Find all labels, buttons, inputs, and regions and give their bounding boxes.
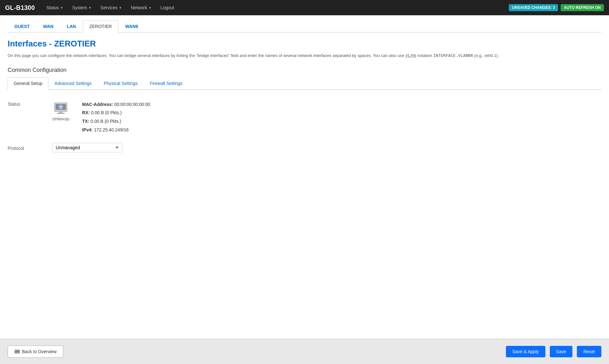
unsaved-changes-badge: UNSAVED CHANGES: 3 [509, 4, 558, 11]
back-icon [14, 349, 20, 354]
config-tabs: General Setup Advanced Settings Physical… [8, 77, 601, 90]
status-info: MAC-Address: 00:00:00:00:00:00 RX: 0.00 … [82, 100, 150, 134]
reset-button[interactable]: Reset [577, 346, 601, 357]
tab-wan6[interactable]: WAN6 [118, 20, 144, 32]
svg-rect-3 [59, 112, 63, 113]
chevron-down-icon: ▼ [88, 6, 92, 10]
section-title: Common Configuration [8, 67, 601, 74]
nav-item-system[interactable]: System ▼ [68, 3, 95, 13]
brand-logo: GL-B1300 [5, 4, 35, 11]
status-label: Status [8, 100, 52, 107]
nav-item-network[interactable]: Network ▼ [127, 3, 155, 13]
network-interface-icon [53, 100, 68, 116]
tx-row: TX: 0.00 B (0 Pkts.) [82, 117, 150, 126]
chevron-down-icon: ▼ [119, 6, 122, 10]
protocol-row: Protocol Unmanaged DHCP client Static ad… [8, 143, 601, 152]
config-tab-general[interactable]: General Setup [8, 77, 48, 90]
svg-point-10 [15, 351, 17, 352]
back-to-overview-button[interactable]: Back to Overview [8, 346, 63, 358]
config-tab-firewall[interactable]: Firewall Settings [144, 77, 189, 89]
chevron-down-icon: ▼ [149, 6, 152, 10]
tab-lan[interactable]: LAN [60, 20, 83, 32]
rx-row: RX: 0.00 B (0 Pkts.) [82, 108, 150, 117]
nav-item-services[interactable]: Services ▼ [97, 3, 126, 13]
chevron-down-icon: ▼ [60, 6, 63, 10]
page-description: On this page you can configure the netwo… [8, 52, 601, 59]
interface-name: ztnfalvcqu [52, 117, 69, 121]
footer-right: Save & Apply Save Reset [506, 346, 601, 357]
mac-address-row: MAC-Address: 00:00:00:00:00:00 [82, 100, 150, 109]
content-area: Status ztnfalvcqu MAC-Address: [8, 98, 601, 164]
tab-guest[interactable]: GUEST [8, 20, 36, 32]
save-apply-button[interactable]: Save & Apply [506, 346, 545, 357]
protocol-select[interactable]: Unmanaged DHCP client Static address PPP… [52, 143, 122, 152]
config-tab-physical[interactable]: Physical Settings [98, 77, 144, 89]
vlan-link: VLAN [405, 53, 416, 58]
ipv4-row: IPv4: 172.25.40.249/16 [82, 126, 150, 134]
tab-wan[interactable]: WAN [36, 20, 60, 32]
config-tab-advanced[interactable]: Advanced Settings [48, 77, 98, 89]
footer-bar: Back to Overview Save & Apply Save Reset [0, 339, 609, 364]
tab-zerotier[interactable]: ZEROTIER [83, 20, 119, 32]
status-icon-block: ztnfalvcqu [52, 100, 69, 121]
svg-rect-4 [57, 113, 65, 114]
auto-refresh-badge: AUTO REFRESH ON [561, 4, 604, 11]
nav-menu: Status ▼ System ▼ Services ▼ Network ▼ L… [42, 3, 509, 13]
save-button[interactable]: Save [550, 346, 573, 357]
protocol-label: Protocol [8, 144, 52, 151]
interface-tabs: GUEST WAN LAN ZEROTIER WAN6 [8, 20, 601, 32]
navbar: GL-B1300 Status ▼ System ▼ Services ▼ Ne… [0, 0, 609, 15]
navbar-right: UNSAVED CHANGES: 3 AUTO REFRESH ON [509, 4, 604, 11]
status-row: Status ztnfalvcqu MAC-Address: [8, 100, 601, 134]
page-title: Interfaces - ZEROTIER [8, 39, 601, 49]
nav-item-logout[interactable]: Logout [157, 3, 178, 13]
main-content: GUEST WAN LAN ZEROTIER WAN6 Interfaces -… [0, 15, 609, 339]
nav-item-status[interactable]: Status ▼ [42, 3, 67, 13]
